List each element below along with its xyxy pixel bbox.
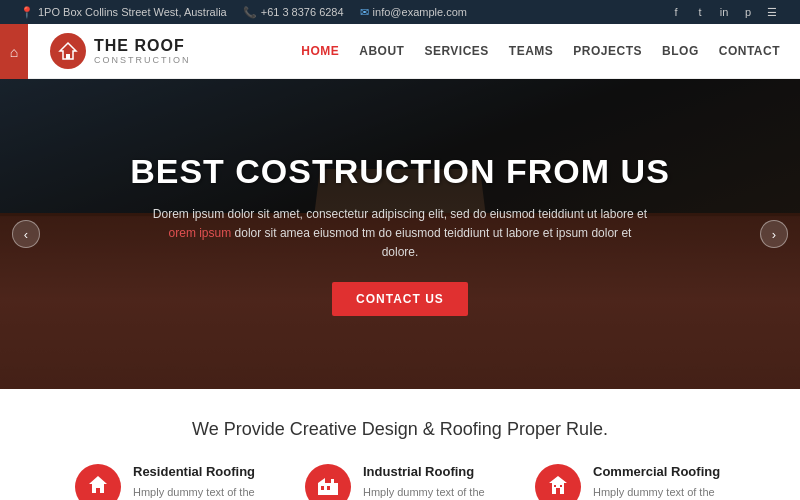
phone-icon: 📞 — [243, 6, 257, 19]
top-bar: 📍 1PO Box Collins Street West, Australia… — [0, 0, 800, 24]
chevron-right-icon: › — [772, 227, 776, 242]
carousel-next-button[interactable]: › — [760, 220, 788, 248]
pinterest-link[interactable]: p — [740, 4, 756, 20]
twitter-link[interactable]: t — [692, 4, 708, 20]
industrial-title: Industrial Roofing — [363, 464, 495, 479]
building-icon — [547, 474, 569, 501]
location-icon: 📍 — [20, 6, 34, 19]
commercial-icon-wrap — [535, 464, 581, 500]
logo: THE ROOF CONSTRUCTION — [50, 33, 191, 69]
svg-marker-2 — [89, 476, 107, 493]
nav-teams[interactable]: TEAMS — [509, 44, 554, 58]
feature-commercial: Commercial Roofing Hmply dummy text of t… — [535, 464, 725, 500]
nav-about[interactable]: ABOUT — [359, 44, 404, 58]
carousel-prev-button[interactable]: ‹ — [12, 220, 40, 248]
feature-residential: Residential Roofing Hmply dummy text of … — [75, 464, 265, 500]
linkedin-link[interactable]: in — [716, 4, 732, 20]
svg-rect-5 — [331, 479, 334, 483]
email: ✉ info@example.com — [360, 6, 467, 19]
svg-rect-1 — [66, 54, 70, 59]
features-title: We Provide Creative Design & Roofing Pro… — [40, 419, 760, 440]
house-icon — [87, 474, 109, 501]
commercial-desc: Hmply dummy text of the printingdeely ae… — [593, 484, 725, 500]
top-bar-contact-info: 📍 1PO Box Collins Street West, Australia… — [20, 6, 467, 19]
factory-icon — [317, 474, 339, 501]
rss-link[interactable]: ☰ — [764, 4, 780, 20]
logo-subtitle: CONSTRUCTION — [94, 55, 191, 65]
logo-title: THE ROOF — [94, 37, 191, 55]
residential-desc: Hmply dummy text of the printingdeely ae… — [133, 484, 265, 500]
home-accent-icon: ⌂ — [10, 44, 18, 60]
svg-marker-4 — [318, 478, 325, 483]
nav-home[interactable]: HOME — [301, 44, 339, 58]
logo-text: THE ROOF CONSTRUCTION — [94, 37, 191, 65]
svg-rect-7 — [327, 486, 330, 490]
hero-title: BEST COSTRUCTION FROM US — [130, 152, 670, 191]
svg-rect-10 — [554, 485, 556, 487]
features-section: We Provide Creative Design & Roofing Pro… — [0, 389, 800, 500]
hero-content: BEST COSTRUCTION FROM US Dorem ipsum dol… — [110, 132, 690, 337]
features-grid: Residential Roofing Hmply dummy text of … — [40, 464, 760, 500]
social-links[interactable]: f t in p ☰ — [668, 4, 780, 20]
navbar: ⌂ THE ROOF CONSTRUCTION HOME ABOUT SERVI… — [0, 24, 800, 79]
hero-subtitle: Dorem ipsum dolor sit amet, consectetur … — [150, 205, 650, 263]
nav-contact[interactable]: CONTACT — [719, 44, 780, 58]
residential-title: Residential Roofing — [133, 464, 265, 479]
main-nav: HOME ABOUT SERVICES TEAMS PROJECTS BLOG … — [301, 44, 780, 58]
hero-cta-button[interactable]: CONTACT US — [332, 282, 468, 316]
commercial-text: Commercial Roofing Hmply dummy text of t… — [593, 464, 725, 500]
svg-rect-9 — [556, 488, 560, 494]
nav-accent-icon: ⌂ — [0, 24, 28, 79]
nav-projects[interactable]: PROJECTS — [573, 44, 642, 58]
nav-services[interactable]: SERVICES — [424, 44, 488, 58]
industrial-text: Industrial Roofing Hmply dummy text of t… — [363, 464, 495, 500]
email-icon: ✉ — [360, 6, 369, 19]
nav-blog[interactable]: BLOG — [662, 44, 699, 58]
facebook-link[interactable]: f — [668, 4, 684, 20]
chevron-left-icon: ‹ — [24, 227, 28, 242]
industrial-desc: Hmply dummy text of the printingdeely ae… — [363, 484, 495, 500]
address: 📍 1PO Box Collins Street West, Australia — [20, 6, 227, 19]
hero-section: BEST COSTRUCTION FROM US Dorem ipsum dol… — [0, 79, 800, 389]
phone: 📞 +61 3 8376 6284 — [243, 6, 344, 19]
hero-subtitle-link[interactable]: orem ipsum — [169, 226, 232, 240]
commercial-title: Commercial Roofing — [593, 464, 725, 479]
svg-rect-11 — [560, 485, 562, 487]
residential-text: Residential Roofing Hmply dummy text of … — [133, 464, 265, 500]
svg-rect-6 — [321, 486, 324, 490]
feature-industrial: Industrial Roofing Hmply dummy text of t… — [305, 464, 495, 500]
industrial-icon-wrap — [305, 464, 351, 500]
residential-icon-wrap — [75, 464, 121, 500]
logo-icon — [50, 33, 86, 69]
